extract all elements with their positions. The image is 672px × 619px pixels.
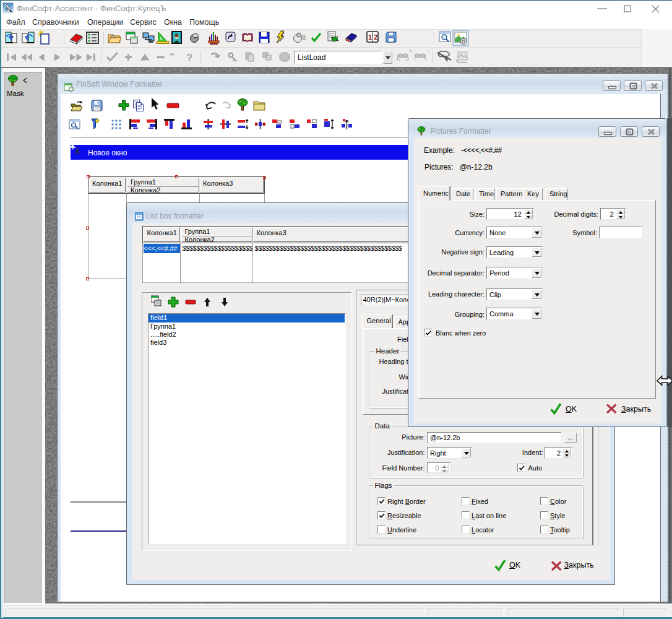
svg-text:2: 2 xyxy=(374,33,377,41)
svg-text:+: + xyxy=(409,48,413,54)
svg-text:?: ? xyxy=(186,52,192,64)
svg-text:1: 1 xyxy=(368,33,372,41)
svg-text:−: − xyxy=(426,48,430,54)
svg-text:”: ” xyxy=(170,51,174,62)
